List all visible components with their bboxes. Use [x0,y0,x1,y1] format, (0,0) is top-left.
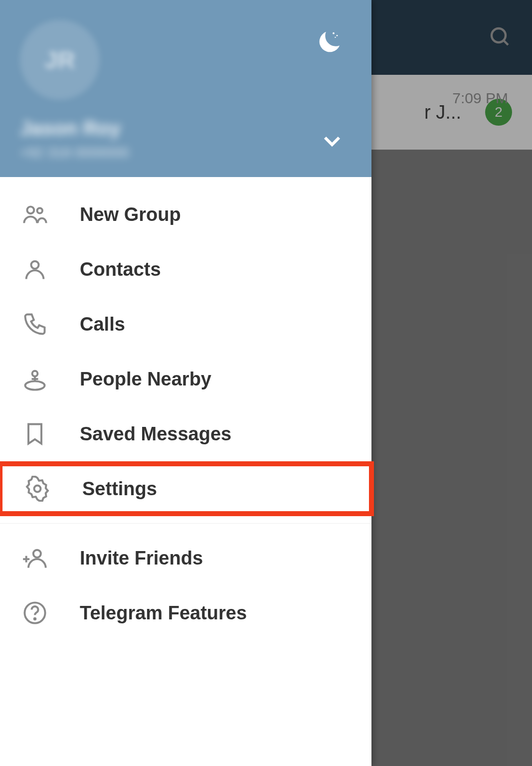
menu-list: New Group Contacts Calls [0,177,371,766]
menu-item-settings[interactable]: Settings [0,461,374,516]
invite-icon [20,545,50,571]
menu-label: Contacts [80,259,161,280]
menu-item-contacts[interactable]: Contacts [0,242,371,297]
svg-point-5 [27,206,34,213]
gear-icon [22,476,52,502]
menu-item-people-nearby[interactable]: People Nearby [0,352,371,406]
svg-point-6 [37,208,42,213]
menu-item-telegram-features[interactable]: Telegram Features [0,585,371,640]
user-phone: +92 318 0000000 [20,145,129,161]
drawer-header: JR Jason Roy +92 318 0000000 [0,0,371,177]
svg-point-9 [32,371,38,377]
help-icon [20,600,50,626]
svg-point-2 [333,32,335,34]
menu-label: Settings [82,478,157,500]
svg-point-3 [337,35,338,36]
group-icon [20,201,50,227]
menu-item-calls[interactable]: Calls [0,297,371,352]
menu-item-saved-messages[interactable]: Saved Messages [0,406,371,461]
svg-point-15 [34,618,36,620]
svg-point-11 [33,550,41,558]
menu-label: Saved Messages [80,423,231,445]
menu-divider [0,523,371,524]
menu-label: New Group [80,204,181,225]
avatar[interactable]: JR [20,20,100,100]
phone-icon [20,311,50,337]
svg-point-10 [34,486,41,492]
svg-point-7 [31,261,38,269]
night-mode-icon[interactable] [316,27,344,57]
menu-item-invite-friends[interactable]: Invite Friends [0,531,371,585]
menu-label: Invite Friends [80,548,203,569]
chevron-down-icon[interactable] [320,129,344,155]
bookmark-icon [20,421,50,447]
svg-point-4 [335,37,336,38]
user-name: Jason Roy [20,117,121,140]
person-icon [20,256,50,282]
svg-point-8 [25,381,45,389]
menu-item-new-group[interactable]: New Group [0,187,371,242]
menu-label: Telegram Features [80,602,247,624]
menu-label: People Nearby [80,369,211,390]
side-drawer: JR Jason Roy +92 318 0000000 New Group [0,0,371,766]
nearby-icon [20,366,50,392]
menu-label: Calls [80,314,125,335]
